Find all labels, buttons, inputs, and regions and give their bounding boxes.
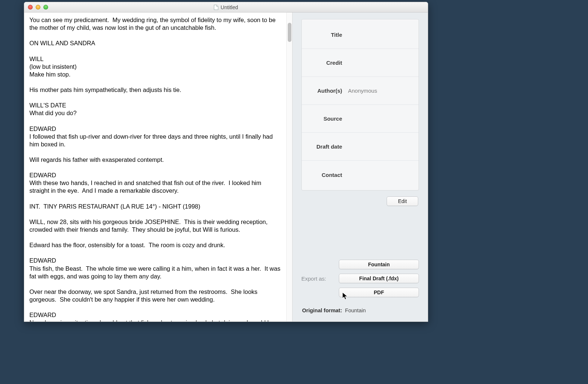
export-fdx-button[interactable]: Final Draft (.fdx): [339, 274, 419, 283]
traffic-lights: [28, 5, 48, 10]
meta-row-title: Title: [302, 21, 419, 49]
meta-value-authors[interactable]: Anonymous: [347, 86, 419, 95]
editor-pane: You can see my predicament. My wedding r…: [24, 13, 293, 321]
meta-row-source: Source: [302, 105, 419, 133]
edit-button[interactable]: Edit: [387, 196, 418, 206]
meta-row-contact: Contact: [302, 161, 419, 189]
script-editor[interactable]: You can see my predicament. My wedding r…: [24, 13, 286, 321]
meta-label-draftdate: Draft date: [302, 143, 347, 150]
export-buttons: Fountain Final Draft (.fdx) PDF: [339, 260, 419, 297]
window-title-text: Untitled: [220, 4, 238, 10]
minimize-icon[interactable]: [36, 5, 40, 10]
document-icon: [214, 5, 218, 10]
meta-label-contact: Contact: [302, 172, 347, 178]
content: You can see my predicament. My wedding r…: [24, 13, 428, 321]
meta-label-authors: Author(s): [302, 88, 347, 94]
meta-value-contact[interactable]: [347, 171, 419, 178]
original-format-label: Original format:: [302, 307, 342, 313]
scrollbar[interactable]: [286, 13, 292, 321]
edit-row: Edit: [301, 196, 419, 206]
export-pdf-button[interactable]: PDF: [339, 288, 419, 297]
meta-value-title[interactable]: [347, 31, 419, 39]
export-fountain-button[interactable]: Fountain: [339, 260, 419, 269]
meta-value-source[interactable]: [347, 115, 419, 122]
original-format: Original format: Fountain: [301, 307, 419, 313]
scrollbar-thumb[interactable]: [288, 23, 291, 42]
window-title: Untitled: [24, 4, 428, 10]
export-as-label: Export as:: [301, 275, 335, 282]
meta-row-credit: Credit: [302, 49, 419, 77]
app-window: Untitled You can see my predicament. My …: [24, 2, 428, 322]
meta-row-draftdate: Draft date: [302, 133, 419, 161]
export-section: Export as: Fountain Final Draft (.fdx) P…: [301, 230, 419, 313]
zoom-icon[interactable]: [43, 5, 48, 10]
metadata-sidebar: Title Credit Author(s) Anonymous Source …: [293, 13, 428, 321]
meta-value-credit[interactable]: [347, 59, 419, 67]
metadata-box: Title Credit Author(s) Anonymous Source …: [301, 19, 419, 191]
original-format-value: Fountain: [345, 307, 366, 313]
meta-label-title: Title: [302, 32, 347, 38]
meta-row-authors: Author(s) Anonymous: [302, 77, 419, 105]
meta-label-credit: Credit: [302, 60, 347, 66]
meta-value-draftdate[interactable]: [347, 143, 419, 150]
titlebar[interactable]: Untitled: [24, 2, 428, 13]
export-row: Export as: Fountain Final Draft (.fdx) P…: [301, 260, 419, 297]
meta-label-source: Source: [302, 115, 347, 122]
close-icon[interactable]: [28, 5, 33, 10]
